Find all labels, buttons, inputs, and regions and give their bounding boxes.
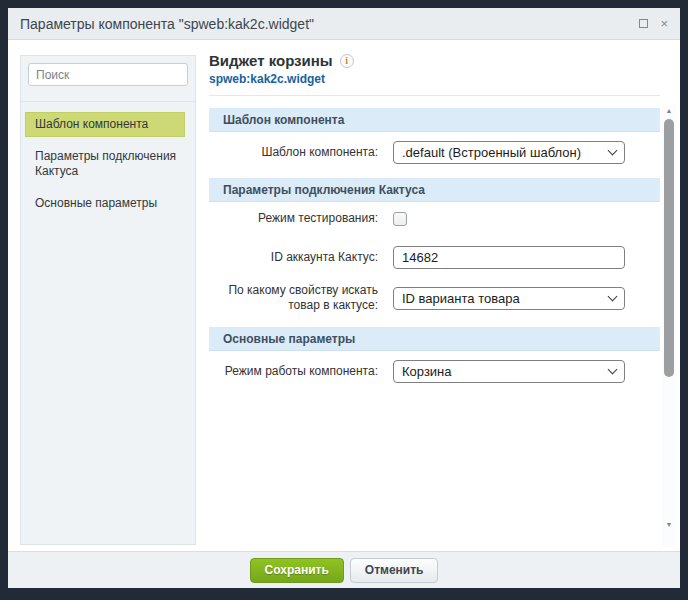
dialog-title: Параметры компонента "spweb:kak2c.widget…: [20, 16, 314, 32]
scroll-up-icon[interactable]: ▲: [662, 107, 676, 115]
window-frame: Параметры компонента "spweb:kak2c.widget…: [0, 0, 688, 600]
sidebar-menu: Шаблон компонента Параметры подключения …: [21, 112, 195, 216]
form-row-template: Шаблон компонента: .default (Встроенный …: [209, 141, 660, 164]
form-row-test-mode: Режим тестирования:: [209, 211, 660, 226]
search-input[interactable]: [28, 63, 188, 86]
dialog-body: Шаблон компонента Параметры подключения …: [8, 40, 680, 551]
scrollbar-thumb[interactable]: [664, 119, 674, 377]
sidebar-item-main-params[interactable]: Основные параметры: [21, 191, 195, 216]
field-label: Режим работы компонента:: [209, 364, 378, 379]
field-label: По какому свойству искать товар в кактус…: [209, 283, 378, 313]
template-select[interactable]: .default (Встроенный шаблон): [393, 141, 625, 164]
account-id-input[interactable]: [393, 246, 625, 269]
chevron-down-icon: [608, 365, 618, 375]
sidebar-item-kaktus-connection[interactable]: Параметры подключения Кактуса: [21, 144, 195, 184]
field-label: Режим тестирования:: [209, 211, 378, 226]
select-value: .default (Встроенный шаблон): [402, 145, 609, 160]
form-row-work-mode: Режим работы компонента: Корзина: [209, 360, 660, 383]
field-label: ID аккаунта Кактус:: [209, 250, 378, 265]
main-content: Виджет корзины i spweb:kak2c.widget Шабл…: [209, 52, 660, 383]
select-value: Корзина: [402, 364, 609, 379]
test-mode-checkbox[interactable]: [393, 212, 407, 226]
section-header-main-params: Основные параметры: [209, 327, 660, 351]
header-divider: [209, 95, 660, 96]
field-label: Шаблон компонента:: [209, 145, 378, 160]
dialog-footer: Сохранить Отменить: [8, 551, 680, 588]
search-property-select[interactable]: ID варианта товара: [393, 287, 625, 310]
page-header: Виджет корзины i spweb:kak2c.widget: [209, 52, 660, 96]
component-parameters-dialog: Параметры компонента "spweb:kak2c.widget…: [8, 8, 680, 588]
sidebar-divider: [21, 101, 195, 102]
maximize-icon[interactable]: [639, 19, 648, 28]
scroll-down-icon[interactable]: ▼: [662, 521, 676, 529]
chevron-down-icon: [608, 146, 618, 156]
info-icon[interactable]: i: [340, 54, 354, 68]
close-icon[interactable]: ×: [660, 17, 668, 30]
save-button[interactable]: Сохранить: [250, 558, 344, 583]
window-controls: ×: [639, 17, 668, 30]
form-row-account-id: ID аккаунта Кактус:: [209, 246, 660, 269]
sidebar: Шаблон компонента Параметры подключения …: [20, 55, 196, 545]
sidebar-search: [21, 56, 195, 86]
sidebar-item-template[interactable]: Шаблон компонента: [25, 112, 185, 137]
cancel-button[interactable]: Отменить: [350, 558, 439, 583]
section-header-template: Шаблон компонента: [209, 108, 660, 132]
work-mode-select[interactable]: Корзина: [393, 360, 625, 383]
content-scrollbar[interactable]: ▲ ▼: [662, 105, 676, 547]
page-title: Виджет корзины: [209, 52, 333, 69]
component-name: spweb:kak2c.widget: [209, 72, 660, 86]
form-row-search-property: По какому свойству искать товар в кактус…: [209, 283, 660, 313]
dialog-titlebar[interactable]: Параметры компонента "spweb:kak2c.widget…: [8, 8, 680, 40]
chevron-down-icon: [608, 292, 618, 302]
select-value: ID варианта товара: [402, 291, 609, 306]
section-header-kaktus: Параметры подключения Кактуса: [209, 178, 660, 202]
